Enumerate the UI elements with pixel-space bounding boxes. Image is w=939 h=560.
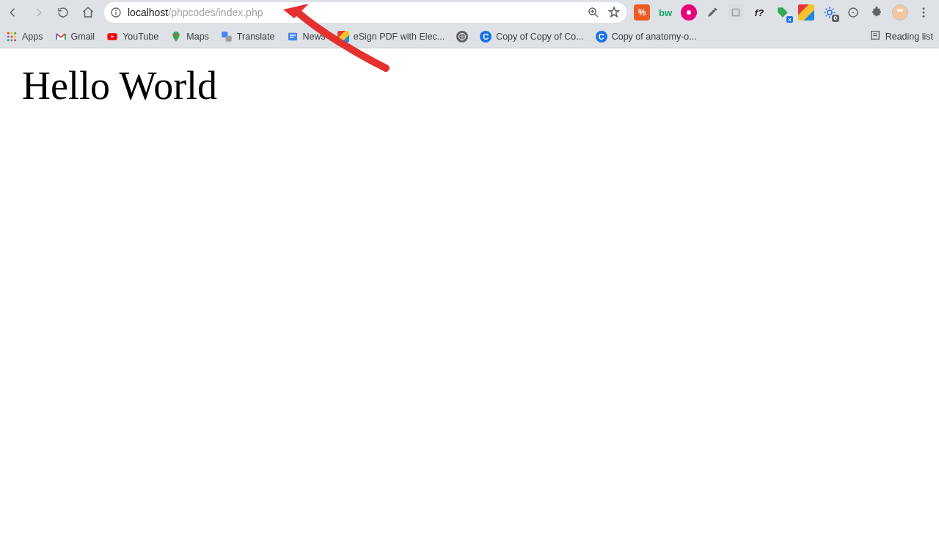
reload-icon bbox=[56, 6, 70, 19]
svg-point-20 bbox=[14, 35, 16, 37]
bookmark-translate[interactable]: Translate bbox=[221, 31, 275, 43]
forward-button[interactable] bbox=[28, 2, 48, 23]
bookmark-label: YouTube bbox=[123, 32, 158, 42]
svg-point-13 bbox=[923, 12, 925, 14]
reload-button[interactable] bbox=[53, 2, 73, 23]
chrome-menu-icon[interactable] bbox=[916, 4, 932, 21]
bookmark-label: Translate bbox=[237, 32, 275, 42]
extensions-puzzle-icon[interactable] bbox=[869, 4, 885, 21]
extension-icon-2[interactable]: bw bbox=[657, 4, 673, 21]
gmail-icon bbox=[55, 31, 67, 43]
svg-point-18 bbox=[7, 35, 10, 37]
extension-circle-icon[interactable] bbox=[845, 4, 861, 21]
bookmark-label: Copy of anatomy-o... bbox=[612, 32, 697, 42]
svg-rect-27 bbox=[226, 35, 232, 41]
svg-point-17 bbox=[14, 32, 16, 34]
bookmark-label: Maps bbox=[186, 32, 209, 42]
svg-point-9 bbox=[827, 10, 832, 15]
youtube-icon bbox=[106, 31, 118, 43]
bookmark-star-icon[interactable] bbox=[607, 6, 621, 19]
extension-gear-icon[interactable] bbox=[822, 4, 838, 21]
bookmark-copy1[interactable]: C Copy of Copy of Co... bbox=[480, 31, 584, 43]
svg-line-4 bbox=[595, 14, 598, 17]
address-bar[interactable]: localhost/phpcodes/index.php bbox=[104, 2, 626, 23]
esign-icon bbox=[337, 31, 349, 43]
arrow-right-icon bbox=[32, 6, 45, 19]
svg-point-7 bbox=[687, 10, 691, 15]
back-button[interactable] bbox=[3, 2, 23, 23]
svg-point-21 bbox=[7, 39, 10, 41]
bookmark-label: Copy of Copy of Co... bbox=[496, 32, 584, 42]
bookmarks-bar: Apps Gmail YouTube Maps Translate News e… bbox=[0, 25, 939, 48]
maps-icon bbox=[170, 31, 182, 43]
bookmark-gmail[interactable]: Gmail bbox=[55, 31, 95, 43]
extension-tag-icon[interactable] bbox=[775, 4, 791, 21]
bookmark-news[interactable]: News bbox=[287, 31, 326, 43]
page-heading: Hello World bbox=[22, 63, 917, 108]
extension-eyedropper-icon[interactable] bbox=[704, 4, 720, 21]
doc-c-icon: C bbox=[480, 31, 492, 43]
browser-toolbar: localhost/phpcodes/index.php % bw f? bbox=[0, 0, 939, 25]
bookmark-label: News bbox=[303, 32, 326, 42]
doc-c-icon: C bbox=[596, 31, 607, 43]
apps-grid-icon bbox=[6, 31, 18, 43]
bookmark-label: Gmail bbox=[71, 32, 95, 42]
svg-rect-8 bbox=[733, 10, 739, 16]
bookmark-label: eSign PDF with Elec... bbox=[354, 32, 445, 42]
translate-icon bbox=[221, 31, 233, 43]
svg-point-25 bbox=[175, 34, 178, 36]
extension-whatfont-icon[interactable]: f? bbox=[751, 4, 767, 21]
omnibox-actions bbox=[587, 6, 621, 19]
svg-point-16 bbox=[10, 32, 12, 34]
news-icon bbox=[287, 31, 299, 43]
svg-point-1 bbox=[115, 10, 117, 12]
svg-rect-2 bbox=[115, 12, 116, 15]
svg-rect-29 bbox=[290, 34, 296, 35]
bookmark-label: Apps bbox=[22, 32, 43, 42]
extension-icon-4[interactable] bbox=[728, 4, 744, 21]
svg-point-22 bbox=[10, 39, 12, 41]
reading-list-label: Reading list bbox=[885, 32, 933, 42]
arrow-left-icon bbox=[7, 6, 20, 19]
svg-point-19 bbox=[10, 35, 12, 37]
home-button[interactable] bbox=[78, 2, 98, 23]
extension-icon-3[interactable] bbox=[681, 4, 697, 21]
svg-point-14 bbox=[923, 15, 925, 18]
url-host: localhost bbox=[128, 7, 168, 18]
zoom-icon[interactable] bbox=[587, 6, 600, 19]
url-path: /phpcodes/index.php bbox=[168, 7, 263, 18]
extension-colorblock-icon[interactable] bbox=[798, 4, 814, 21]
page-content: Hello World bbox=[0, 48, 939, 560]
svg-point-23 bbox=[14, 39, 16, 41]
url-text: localhost/phpcodes/index.php bbox=[128, 2, 581, 23]
svg-point-12 bbox=[923, 7, 925, 10]
home-icon bbox=[81, 6, 95, 19]
bookmark-apps[interactable]: Apps bbox=[6, 31, 43, 43]
svg-rect-30 bbox=[290, 37, 293, 37]
reading-list-button[interactable]: Reading list bbox=[869, 29, 933, 43]
bookmark-globe[interactable] bbox=[456, 31, 468, 43]
site-info-icon[interactable] bbox=[110, 7, 122, 18]
profile-avatar[interactable] bbox=[892, 4, 908, 21]
globe-icon bbox=[456, 31, 468, 43]
bookmark-youtube[interactable]: YouTube bbox=[106, 31, 158, 43]
svg-point-15 bbox=[7, 32, 10, 34]
bookmark-esign[interactable]: eSign PDF with Elec... bbox=[337, 31, 445, 43]
extension-icon-1[interactable]: % bbox=[634, 4, 650, 21]
svg-point-11 bbox=[852, 12, 854, 13]
reading-list-icon bbox=[869, 29, 881, 43]
extensions-area: % bw f? bbox=[631, 4, 935, 21]
bookmark-copy2[interactable]: C Copy of anatomy-o... bbox=[596, 31, 697, 43]
bookmark-maps[interactable]: Maps bbox=[170, 31, 209, 43]
